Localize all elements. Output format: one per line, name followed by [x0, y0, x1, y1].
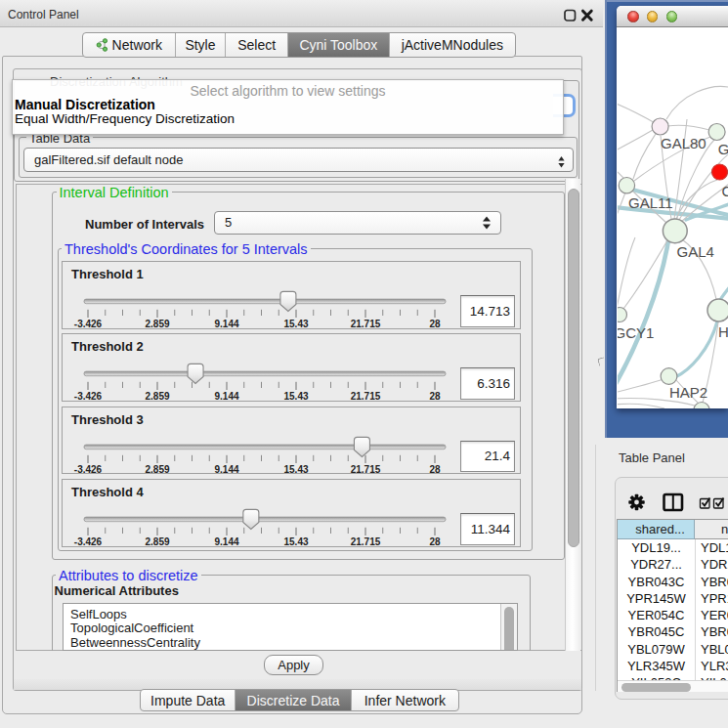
- svg-text:HA: HA: [718, 323, 728, 340]
- svg-text:GA: GA: [718, 141, 728, 157]
- svg-text:9.144: 9.144: [214, 536, 238, 547]
- svg-text:9.144: 9.144: [214, 319, 238, 329]
- svg-text:15.43: 15.43: [283, 391, 308, 402]
- svg-text:2.859: 2.859: [145, 391, 169, 402]
- svg-text:GAL4: GAL4: [677, 243, 714, 260]
- svg-text:2.859: 2.859: [145, 536, 169, 547]
- svg-text:28: 28: [429, 463, 441, 474]
- svg-text:HAP2: HAP2: [669, 384, 707, 401]
- svg-text:GAL11: GAL11: [628, 194, 673, 211]
- svg-text:-3.426: -3.426: [74, 319, 103, 329]
- svg-text:2.859: 2.859: [145, 319, 169, 329]
- svg-text:15.43: 15.43: [283, 536, 308, 547]
- svg-text:28: 28: [429, 536, 441, 547]
- svg-text:15.43: 15.43: [283, 319, 308, 329]
- svg-text:15.43: 15.43: [283, 463, 308, 474]
- svg-text:-3.426: -3.426: [74, 536, 103, 547]
- svg-text:9.144: 9.144: [214, 391, 238, 402]
- svg-text:GAL80: GAL80: [661, 135, 707, 151]
- svg-text:GCY1: GCY1: [618, 324, 654, 341]
- svg-text:28: 28: [429, 319, 441, 329]
- svg-text:28: 28: [429, 391, 441, 402]
- svg-text:21.715: 21.715: [351, 536, 381, 547]
- svg-text:2.859: 2.859: [145, 463, 169, 474]
- svg-text:21.715: 21.715: [351, 391, 381, 402]
- svg-text:9.144: 9.144: [214, 463, 238, 474]
- svg-text:21.715: 21.715: [351, 319, 381, 329]
- svg-text:C: C: [722, 183, 728, 199]
- svg-text:21.715: 21.715: [351, 463, 381, 474]
- svg-text:-3.426: -3.426: [74, 391, 103, 402]
- svg-text:-3.426: -3.426: [74, 463, 103, 474]
